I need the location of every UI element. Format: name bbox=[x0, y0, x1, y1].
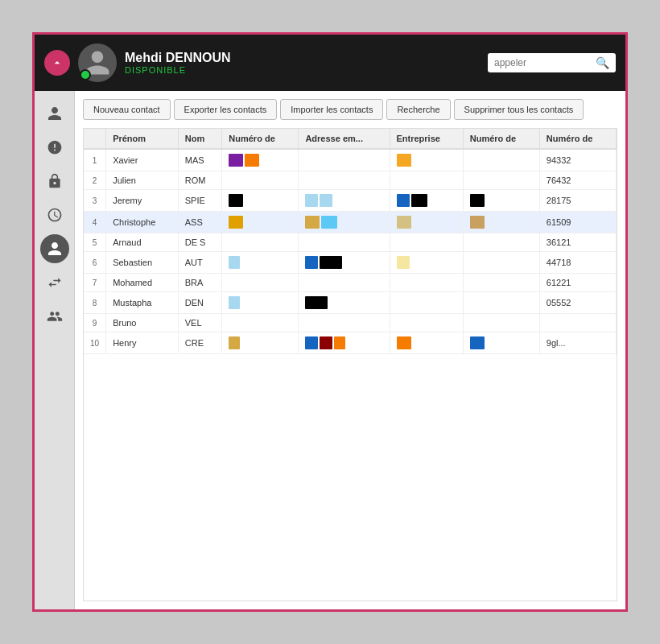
cell-colors4 bbox=[463, 292, 539, 314]
cell-num: 1 bbox=[84, 149, 106, 171]
col-num bbox=[84, 129, 106, 149]
sidebar-item-transfer[interactable] bbox=[40, 268, 69, 297]
cell-num: 8 bbox=[84, 292, 106, 314]
table-row[interactable]: 9 Bruno VEL bbox=[84, 314, 617, 332]
alert-icon bbox=[47, 139, 63, 155]
cell-prenom: Xavier bbox=[106, 149, 179, 171]
cell-nom: DEN bbox=[178, 292, 222, 314]
cell-colors2 bbox=[299, 149, 390, 171]
content-area: Nouveau contact Exporter les contacts Im… bbox=[75, 91, 625, 609]
cell-colors3 bbox=[390, 190, 463, 212]
table-row[interactable]: 8 Mustapha DEN 05552 bbox=[84, 292, 617, 314]
cell-colors1 bbox=[222, 252, 299, 274]
cell-num: 7 bbox=[84, 274, 106, 292]
cell-nom: BRA bbox=[178, 274, 222, 292]
nouveau-contact-button[interactable]: Nouveau contact bbox=[83, 99, 171, 120]
search-input[interactable] bbox=[494, 57, 591, 68]
cell-last: 44718 bbox=[539, 252, 616, 274]
cell-num: 5 bbox=[84, 233, 106, 252]
cell-num: 4 bbox=[84, 212, 106, 233]
table-row[interactable]: 10 Henry CRE 9gl... bbox=[84, 332, 617, 354]
col-nom: Nom bbox=[178, 129, 222, 149]
sidebar-item-alert[interactable] bbox=[40, 133, 69, 162]
transfer-icon bbox=[47, 275, 63, 291]
sidebar-item-contacts[interactable] bbox=[40, 99, 69, 128]
cell-last: 76432 bbox=[539, 171, 616, 190]
sidebar-item-clock[interactable] bbox=[40, 200, 69, 229]
cell-colors1 bbox=[222, 332, 299, 354]
chevron-up-icon bbox=[51, 56, 64, 69]
search-icon[interactable]: 🔍 bbox=[596, 56, 609, 69]
sidebar-item-person[interactable] bbox=[40, 234, 69, 263]
cell-colors4 bbox=[463, 233, 539, 252]
cell-colors2 bbox=[299, 190, 390, 212]
cell-colors2 bbox=[299, 274, 390, 292]
cell-colors2 bbox=[299, 252, 390, 274]
cell-colors2 bbox=[299, 212, 390, 233]
cell-prenom: Arnaud bbox=[106, 233, 179, 252]
table-row[interactable]: 4 Christophe ASS 61509 bbox=[84, 212, 617, 233]
exporter-button[interactable]: Exporter les contacts bbox=[174, 99, 278, 120]
table-row[interactable]: 1 Xavier MAS 94332 bbox=[84, 149, 617, 171]
cell-colors3 bbox=[390, 274, 463, 292]
cell-nom: ASS bbox=[178, 212, 222, 233]
cell-last: 61509 bbox=[539, 212, 616, 233]
contacts-table-container[interactable]: Prénom Nom Numéro de Adresse em... Entre… bbox=[83, 128, 617, 601]
cell-nom: VEL bbox=[178, 314, 222, 332]
cell-colors3 bbox=[390, 233, 463, 252]
cell-colors4 bbox=[463, 171, 539, 190]
cell-colors3 bbox=[390, 332, 463, 354]
supprimer-button[interactable]: Supprimer tous les contacts bbox=[454, 99, 584, 120]
table-row[interactable]: 7 Mohamed BRA 61221 bbox=[84, 274, 617, 292]
avatar-container bbox=[78, 43, 117, 82]
cell-prenom: Henry bbox=[106, 332, 179, 354]
search-bar[interactable]: 🔍 bbox=[488, 53, 616, 72]
cell-nom: CRE bbox=[178, 332, 222, 354]
cell-colors1 bbox=[222, 190, 299, 212]
cell-last: 9gl... bbox=[539, 332, 616, 354]
sidebar-item-group[interactable] bbox=[40, 302, 69, 331]
cell-nom: ROM bbox=[178, 171, 222, 190]
table-row[interactable]: 6 Sebastien AUT 44718 bbox=[84, 252, 617, 274]
cell-colors1 bbox=[222, 292, 299, 314]
table-row[interactable]: 2 Julien ROM 76432 bbox=[84, 171, 617, 190]
cell-last: 28175 bbox=[539, 190, 616, 212]
col-adresse: Adresse em... bbox=[299, 129, 390, 149]
back-button[interactable] bbox=[44, 50, 70, 76]
cell-colors2 bbox=[299, 332, 390, 354]
cell-prenom: Mustapha bbox=[106, 292, 179, 314]
col-numero3: Numéro de bbox=[539, 129, 616, 149]
cell-prenom: Julien bbox=[106, 171, 179, 190]
cell-last: 05552 bbox=[539, 292, 616, 314]
cell-colors1 bbox=[222, 314, 299, 332]
status-indicator bbox=[80, 69, 91, 80]
cell-prenom: Christophe bbox=[106, 212, 179, 233]
person-icon bbox=[47, 105, 63, 122]
col-entreprise: Entreprise bbox=[390, 129, 463, 149]
table-header-row: Prénom Nom Numéro de Adresse em... Entre… bbox=[84, 129, 617, 149]
cell-colors1 bbox=[222, 274, 299, 292]
cell-nom: MAS bbox=[178, 149, 222, 171]
contacts-table: Prénom Nom Numéro de Adresse em... Entre… bbox=[84, 129, 617, 354]
cell-colors1 bbox=[222, 212, 299, 233]
cell-last: 94332 bbox=[539, 149, 616, 171]
cell-last: 36121 bbox=[539, 233, 616, 252]
col-prenom: Prénom bbox=[106, 129, 179, 149]
cell-last bbox=[539, 314, 616, 332]
table-row[interactable]: 5 Arnaud DE S 36121 bbox=[84, 233, 617, 252]
cell-colors2 bbox=[299, 233, 390, 252]
user-name: Mehdi DENNOUN bbox=[125, 51, 488, 65]
user-info: Mehdi DENNOUN DISPONIBLE bbox=[125, 51, 488, 75]
sidebar-item-lock[interactable] bbox=[40, 167, 69, 196]
cell-prenom: Bruno bbox=[106, 314, 179, 332]
table-row[interactable]: 3 Jeremy SPIE 28175 bbox=[84, 190, 617, 212]
cell-num: 3 bbox=[84, 190, 106, 212]
cell-colors3 bbox=[390, 314, 463, 332]
group-icon bbox=[47, 308, 63, 324]
cell-colors4 bbox=[463, 314, 539, 332]
importer-button[interactable]: Importer les contacts bbox=[280, 99, 383, 120]
cell-colors4 bbox=[463, 274, 539, 292]
cell-colors3 bbox=[390, 252, 463, 274]
recherche-button[interactable]: Recherche bbox=[386, 99, 450, 120]
sidebar bbox=[35, 91, 75, 609]
